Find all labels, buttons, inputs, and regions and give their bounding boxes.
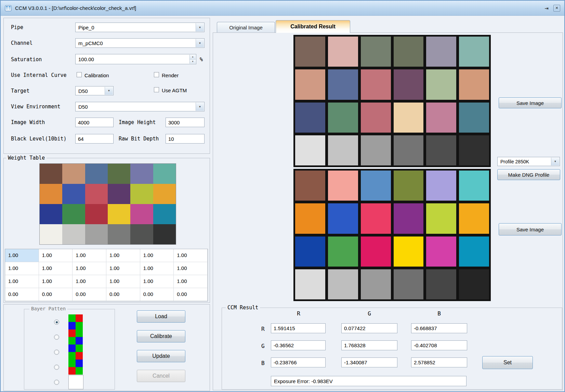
bayer-radio[interactable] (54, 320, 59, 325)
cancel-button[interactable]: Cancel (137, 370, 185, 382)
bayer-cell (68, 367, 76, 375)
weight-cell[interactable]: 1.00 (39, 275, 73, 288)
ccm-matrix-input-gr[interactable] (271, 340, 326, 350)
bayer-pattern (68, 329, 83, 344)
thumbnail-patch (153, 164, 176, 184)
ccm-col-header-r: R (271, 310, 326, 317)
ccm-matrix-input-bb[interactable] (411, 357, 467, 367)
close-icon[interactable]: ✕ (553, 5, 560, 12)
ccm-matrix-input-gb[interactable] (411, 340, 467, 350)
chevron-down-icon[interactable]: ▼ (196, 103, 204, 111)
set-button[interactable]: Set (482, 356, 533, 369)
channel-select[interactable]: m_pCMC0 ▼ (75, 38, 205, 48)
weight-cell[interactable]: 1.00 (174, 249, 208, 262)
color-patch (328, 171, 358, 201)
weight-cell[interactable]: 1.00 (73, 262, 106, 275)
color-patch (328, 103, 358, 133)
weight-cell[interactable]: 0.00 (106, 288, 140, 301)
color-patch (328, 135, 358, 165)
thumbnail-patch (62, 224, 85, 244)
weight-cell[interactable]: 1.00 (106, 249, 140, 262)
target-select[interactable]: D50 ▼ (75, 86, 114, 95)
spin-up-icon[interactable]: ▲ (189, 55, 196, 59)
chevron-down-icon[interactable]: ▼ (551, 158, 559, 165)
weight-cell[interactable]: 1.00 (39, 249, 73, 262)
black-level-label: Black Level(10bit) (11, 136, 67, 142)
bayer-radio[interactable] (54, 350, 59, 355)
weight-cell[interactable]: 1.00 (39, 262, 73, 275)
chevron-down-icon[interactable]: ▼ (105, 87, 113, 95)
spin-down-icon[interactable]: ▼ (189, 59, 196, 64)
weight-cell[interactable]: 1.00 (174, 275, 208, 288)
color-patch (295, 69, 325, 99)
weight-cell[interactable]: 1.00 (140, 275, 174, 288)
ccm-matrix-input-rb[interactable] (411, 323, 467, 333)
weight-cell[interactable]: 0.00 (5, 288, 39, 301)
weight-cell[interactable]: 1.00 (174, 262, 208, 275)
title-bar[interactable]: CCM V3.0.0.1 - [D:\vrf\color-check\color… (1, 1, 564, 16)
weight-cell[interactable]: 1.00 (5, 275, 39, 288)
weight-cell[interactable]: 1.00 (140, 249, 174, 262)
bayer-cell (76, 322, 83, 329)
thumbnail-patch (130, 204, 153, 224)
make-dng-profile-button[interactable]: Make DNG Profile (497, 169, 560, 180)
save-image-top-button[interactable]: Save Image (499, 97, 562, 108)
bayer-radio[interactable] (54, 365, 59, 370)
pipe-select[interactable]: Pipe_0 ▼ (75, 23, 205, 32)
weight-cell[interactable]: 1.00 (106, 275, 140, 288)
thumbnail-patch (85, 184, 108, 204)
profile-select[interactable]: Profile 2850K ▼ (497, 157, 560, 166)
undock-icon[interactable]: ⇥ (544, 5, 549, 11)
weight-cell[interactable]: 1.00 (73, 275, 106, 288)
weight-cell[interactable]: 0.00 (39, 288, 73, 301)
raw-bit-depth-input[interactable] (166, 134, 205, 144)
render-checkbox[interactable] (154, 72, 159, 77)
saturation-spinner[interactable]: 100.00 ▲ ▼ (75, 54, 196, 64)
ccm-matrix-input-rr[interactable] (271, 323, 326, 333)
chevron-down-icon[interactable]: ▼ (196, 39, 204, 47)
weight-cell[interactable]: 0.00 (140, 288, 174, 301)
ccm-matrix-input-bg[interactable] (341, 357, 397, 367)
ccm-matrix-input-rg[interactable] (341, 323, 397, 333)
thumbnail-patch (40, 204, 62, 224)
weight-cell[interactable]: 1.00 (73, 249, 106, 262)
weight-cell[interactable]: 1.00 (5, 262, 39, 275)
color-patch (459, 171, 489, 201)
image-width-label: Image Width (11, 119, 45, 125)
color-patch (361, 203, 391, 233)
color-patch (328, 37, 358, 67)
use-agtm-checkbox[interactable] (154, 87, 159, 92)
bayer-option[interactable] (54, 375, 105, 390)
calibrate-button[interactable]: Calibrate (137, 330, 185, 342)
load-button[interactable]: Load (137, 310, 185, 323)
image-width-input[interactable] (75, 118, 114, 127)
weight-cell[interactable]: 0.00 (174, 288, 208, 301)
bayer-option[interactable] (54, 344, 105, 360)
color-patch (394, 171, 424, 201)
weight-cell[interactable]: 1.00 (5, 249, 39, 262)
bayer-radio[interactable] (54, 380, 59, 385)
color-patch (394, 69, 424, 99)
tab-calibrated-result[interactable]: Calibrated Result (276, 20, 350, 33)
bayer-option[interactable] (54, 360, 105, 375)
thumbnail-patch (85, 204, 108, 224)
bayer-option[interactable] (54, 329, 105, 344)
bayer-radio[interactable] (54, 335, 59, 340)
thumbnail-patch (40, 224, 62, 244)
bayer-option[interactable] (54, 314, 105, 329)
bayer-cell (68, 322, 76, 329)
ccm-matrix-input-gg[interactable] (341, 340, 397, 350)
tab-original-image[interactable]: Original Image (217, 22, 275, 32)
weight-cell[interactable]: 1.00 (140, 262, 174, 275)
weight-cell[interactable]: 1.00 (106, 262, 140, 275)
ccm-matrix-input-br[interactable] (271, 357, 326, 367)
black-level-input[interactable] (75, 134, 114, 144)
bayer-cell (68, 360, 76, 367)
chevron-down-icon[interactable]: ▼ (196, 23, 204, 31)
image-height-input[interactable] (166, 118, 205, 127)
calibration-checkbox[interactable] (77, 72, 82, 77)
update-button[interactable]: Update (137, 350, 185, 362)
view-environment-select[interactable]: D50 ▼ (75, 102, 205, 111)
weight-cell[interactable]: 0.00 (73, 288, 106, 301)
save-image-bottom-button[interactable]: Save Image (499, 223, 562, 235)
